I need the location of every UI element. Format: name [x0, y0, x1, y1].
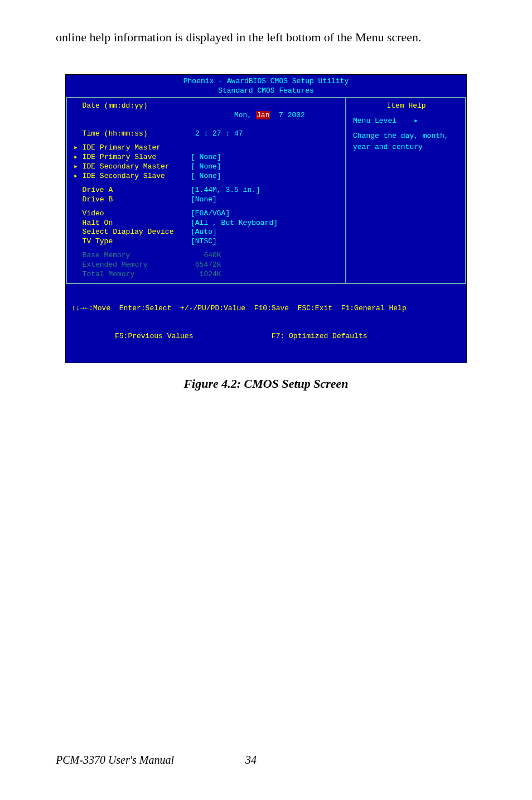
bios-left-pane[interactable]: Date (mm:dd:yy) Mon, Jan 7 2002 Time (hh…: [66, 98, 346, 283]
bios-footer: ↑↓→←:Move Enter:Select +/-/PU/PD:Value F…: [66, 284, 466, 363]
date-month-highlight[interactable]: Jan: [256, 111, 270, 119]
time-label: Time (hh:mm:ss): [74, 129, 191, 139]
footer-manual-name: PCM-3370 User's Manual: [56, 754, 245, 767]
halt-on-row[interactable]: Halt On [All , But Keyboard]: [74, 219, 340, 228]
bios-title-line1: Phoenix - AwardBIOS CMOS Setup Utility: [66, 77, 466, 86]
intro-text: online help information is displayed in …: [56, 28, 476, 46]
bios-body: Date (mm:dd:yy) Mon, Jan 7 2002 Time (hh…: [66, 97, 466, 284]
menu-level: Menu Level ▸: [353, 115, 460, 127]
ide-primary-slave-row[interactable]: ▸ IDE Primary Slave [ None]: [74, 153, 340, 162]
display-device-row[interactable]: Select Diaplay Device [Auto]: [74, 228, 340, 237]
ide-primary-master-row[interactable]: ▸ IDE Primary Master: [74, 143, 340, 153]
ide-secondary-master-row[interactable]: ▸ IDE Secondary Master [ None]: [74, 162, 340, 172]
bios-title-line2: Standard CMOS Features: [66, 86, 466, 96]
total-memory-row: Total Memory 1024K: [74, 270, 340, 279]
video-row[interactable]: Video [EGA/VGA]: [74, 209, 340, 219]
time-row[interactable]: Time (hh:mm:ss) 2 : 27 : 47: [74, 129, 340, 139]
figure-caption: Figure 4.2: CMOS Setup Screen: [56, 377, 476, 391]
drive-b-row[interactable]: Drive B [None]: [74, 195, 340, 205]
date-value[interactable]: Mon, Jan 7 2002: [191, 102, 305, 130]
bios-panel: Phoenix - AwardBIOS CMOS Setup Utility S…: [65, 74, 467, 363]
date-row[interactable]: Date (mm:dd:yy) Mon, Jan 7 2002: [74, 102, 340, 130]
extended-memory-row: Extended Memory 65472K: [74, 261, 340, 270]
help-text: Change the day, month, year and century: [353, 131, 460, 152]
date-label: Date (mm:dd:yy): [74, 102, 191, 130]
tv-type-row[interactable]: TV Type [NTSC]: [74, 237, 340, 247]
footer-page-number: 34: [245, 754, 257, 767]
footer-line-1: ↑↓→←:Move Enter:Select +/-/PU/PD:Value F…: [71, 304, 461, 314]
footer-line-2: F5:Previous Values F7: Optimized Default…: [71, 332, 461, 341]
bios-right-pane: Item Help Menu Level ▸ Change the day, m…: [346, 98, 466, 283]
base-memory-row: Base Memory 640K: [74, 251, 340, 261]
time-value[interactable]: 2 : 27 : 47: [191, 129, 243, 139]
page-footer: PCM-3370 User's Manual 34: [56, 754, 476, 767]
ide-secondary-slave-row[interactable]: ▸ IDE Secondary Slave [ None]: [74, 172, 340, 181]
item-help-title: Item Help: [353, 102, 460, 113]
drive-a-row[interactable]: Drive A [1.44M, 3.5 in.]: [74, 186, 340, 195]
bios-title: Phoenix - AwardBIOS CMOS Setup Utility S…: [66, 75, 466, 97]
